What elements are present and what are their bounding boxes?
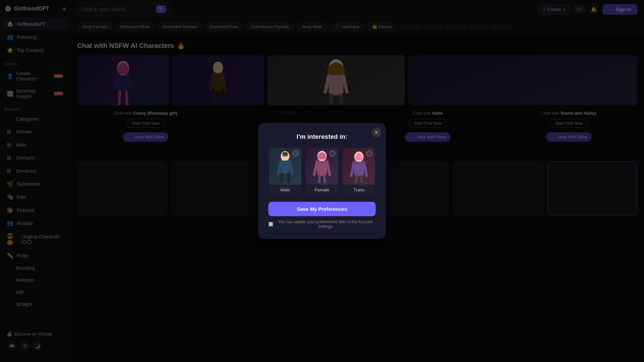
modal-close-button[interactable]: ✕ [372, 128, 381, 137]
svg-line-20 [278, 161, 281, 174]
svg-line-23 [288, 174, 289, 183]
female-label: Female [306, 185, 338, 194]
interest-card-trans[interactable]: Trans [342, 147, 376, 195]
preferences-modal: ✕ I'm interested in: [258, 123, 386, 239]
male-label: Male [269, 185, 301, 194]
save-preferences-button[interactable]: Save My Preferences [268, 202, 376, 216]
interest-options: Male Female [268, 147, 376, 195]
svg-rect-36 [354, 162, 364, 176]
svg-line-32 [327, 162, 330, 175]
svg-line-21 [289, 161, 292, 174]
radio-trans[interactable] [366, 150, 372, 157]
svg-line-40 [361, 176, 362, 183]
interest-card-female[interactable]: Female [305, 147, 339, 195]
modal-overlay[interactable]: ✕ I'm interested in: [0, 0, 644, 362]
modal-title: I'm interested in: [268, 133, 376, 140]
svg-rect-30 [317, 161, 327, 176]
trans-label: Trans [343, 185, 375, 194]
svg-line-31 [314, 162, 317, 175]
radio-male[interactable] [292, 150, 299, 157]
svg-line-34 [324, 176, 325, 183]
interest-card-male[interactable]: Male [268, 147, 302, 195]
svg-line-22 [281, 174, 282, 183]
svg-line-39 [356, 176, 357, 183]
svg-line-37 [351, 162, 354, 176]
modal-note: ℹ️ You can update your preferences later… [268, 220, 376, 229]
svg-line-33 [319, 176, 320, 183]
svg-line-38 [364, 162, 367, 176]
radio-female[interactable] [329, 150, 335, 157]
svg-rect-19 [281, 161, 289, 174]
info-icon: ℹ️ [268, 222, 273, 227]
